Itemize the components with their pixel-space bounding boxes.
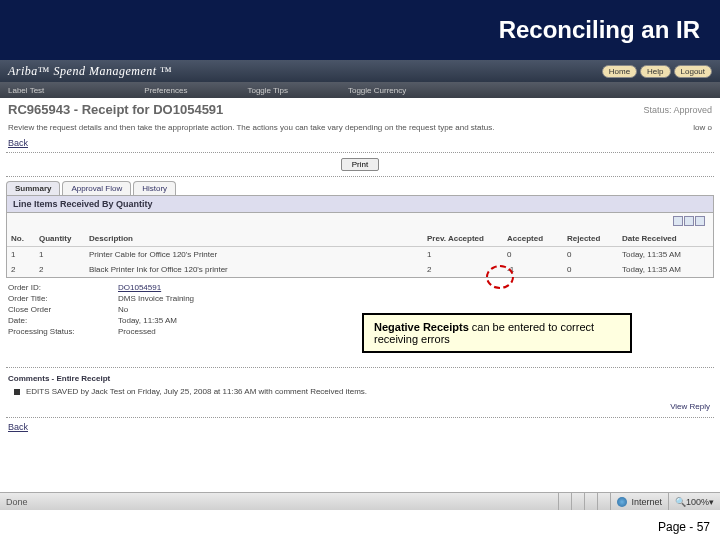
meta-close-order: No bbox=[118, 305, 128, 314]
view-reply-link[interactable]: View Reply bbox=[0, 398, 720, 415]
comment-text: EDITS SAVED by Jack Test on Friday, July… bbox=[26, 387, 367, 396]
cell: Printer Cable for Office 120's Printer bbox=[85, 247, 423, 263]
highlight-circle bbox=[486, 265, 514, 289]
logout-button[interactable]: Logout bbox=[674, 65, 712, 78]
meta-proc-status-label: Processing Status: bbox=[8, 327, 118, 336]
cell: 0 bbox=[503, 247, 563, 263]
divider bbox=[6, 176, 714, 177]
view-icon[interactable] bbox=[673, 216, 683, 226]
col-no: No. bbox=[7, 231, 35, 247]
cell: Today, 11:35 AM bbox=[618, 262, 713, 277]
nav-toggle-currency[interactable]: Toggle Currency bbox=[348, 86, 406, 95]
back-link-bottom[interactable]: Back bbox=[0, 420, 720, 434]
cell: 1 bbox=[7, 247, 35, 263]
back-link-top[interactable]: Back bbox=[0, 136, 720, 150]
meta-order-title-label: Order Title: bbox=[8, 294, 118, 303]
meta-proc-status: Processed bbox=[118, 327, 156, 336]
cell: Today, 11:35 AM bbox=[618, 247, 713, 263]
tabs: Summary Approval Flow History bbox=[0, 179, 720, 195]
slide-title: Reconciling an IR bbox=[0, 0, 720, 60]
status-seg bbox=[558, 493, 571, 510]
table-row: 1 1 Printer Cable for Office 120's Print… bbox=[7, 247, 713, 263]
app-brand: Ariba™ Spend Management ™ bbox=[8, 64, 172, 79]
meta-order-id-label: Order ID: bbox=[8, 283, 118, 292]
view-icons[interactable] bbox=[7, 213, 713, 231]
browser-statusbar: Done Internet 🔍 100% ▾ bbox=[0, 492, 720, 510]
cell: 0 bbox=[563, 247, 618, 263]
home-button[interactable]: Home bbox=[602, 65, 637, 78]
cell: 2 bbox=[35, 262, 85, 277]
panel-heading: Line Items Received By Quantity bbox=[7, 196, 713, 213]
col-qty: Quantity bbox=[35, 231, 85, 247]
view-icon[interactable] bbox=[695, 216, 705, 226]
meta-date: Today, 11:35 AM bbox=[118, 316, 177, 325]
col-rej: Rejected bbox=[563, 231, 618, 247]
cell: Black Printer Ink for Office 120's print… bbox=[85, 262, 423, 277]
nav-left: Label Test bbox=[8, 86, 44, 95]
status-done: Done bbox=[0, 497, 558, 507]
low-label: low o bbox=[693, 123, 712, 132]
zoom-text: 100% bbox=[686, 497, 709, 507]
line-items-table: No. Quantity Description Prev. Accepted … bbox=[7, 231, 713, 277]
page-title: RC965943 - Receipt for DO1054591 bbox=[8, 102, 223, 117]
cell: 0 bbox=[563, 262, 618, 277]
instruction-text: Review the request details and then take… bbox=[8, 123, 494, 132]
app-header: Ariba™ Spend Management ™ Home Help Logo… bbox=[0, 60, 720, 82]
line-items-panel: Line Items Received By Quantity No. Quan… bbox=[6, 195, 714, 278]
print-button[interactable]: Print bbox=[341, 158, 379, 171]
col-acc: Accepted bbox=[503, 231, 563, 247]
col-prev: Prev. Accepted bbox=[423, 231, 503, 247]
cell: 2 bbox=[7, 262, 35, 277]
cell: 1 bbox=[35, 247, 85, 263]
col-desc: Description bbox=[85, 231, 423, 247]
table-row: 2 2 Black Printer Ink for Office 120's p… bbox=[7, 262, 713, 277]
status-approved: Status: Approved bbox=[643, 105, 712, 115]
nav-preferences[interactable]: Preferences bbox=[144, 86, 187, 95]
divider bbox=[6, 152, 714, 153]
comment-item: EDITS SAVED by Jack Test on Friday, July… bbox=[0, 385, 720, 398]
tab-summary[interactable]: Summary bbox=[6, 181, 60, 195]
meta-date-label: Date: bbox=[8, 316, 118, 325]
status-seg bbox=[571, 493, 584, 510]
nav-bar: Label Test Preferences Toggle Tips Toggl… bbox=[0, 82, 720, 98]
divider bbox=[6, 417, 714, 418]
view-icon[interactable] bbox=[684, 216, 694, 226]
tab-approval-flow[interactable]: Approval Flow bbox=[62, 181, 131, 195]
slide-footer: Page - 57 bbox=[658, 520, 710, 534]
globe-icon bbox=[617, 497, 627, 507]
meta-order-id-link[interactable]: DO1054591 bbox=[118, 283, 161, 292]
nav-toggle-tips[interactable]: Toggle Tips bbox=[247, 86, 287, 95]
bullet-icon bbox=[14, 389, 20, 395]
status-seg bbox=[584, 493, 597, 510]
divider bbox=[6, 367, 714, 368]
meta-order-title: DMS Invoice Training bbox=[118, 294, 194, 303]
status-seg bbox=[597, 493, 610, 510]
callout-strong: Negative Receipts bbox=[374, 321, 469, 333]
help-button[interactable]: Help bbox=[640, 65, 670, 78]
col-date: Date Received bbox=[618, 231, 713, 247]
comments-heading: Comments - Entire Receipt bbox=[0, 370, 720, 385]
status-zone: Internet bbox=[610, 493, 668, 510]
zone-text: Internet bbox=[631, 497, 662, 507]
status-zoom[interactable]: 🔍 100% ▾ bbox=[668, 493, 720, 510]
callout-negative-receipts: Negative Receipts can be entered to corr… bbox=[362, 313, 632, 353]
cell: 1 bbox=[423, 247, 503, 263]
tab-history[interactable]: History bbox=[133, 181, 176, 195]
meta-close-order-label: Close Order bbox=[8, 305, 118, 314]
